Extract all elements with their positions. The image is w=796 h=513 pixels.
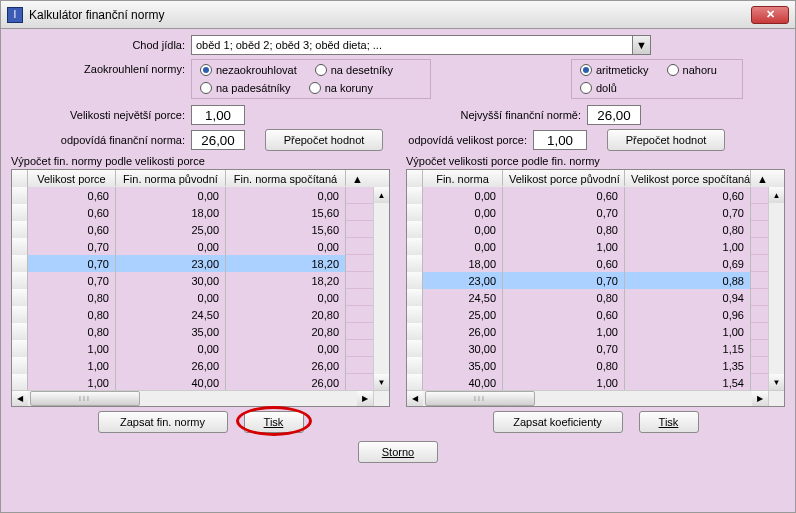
label-chod-jidla: Chod jídla: (11, 39, 191, 51)
app-icon: I (7, 7, 23, 23)
scroll-left-icon: ◀ (12, 391, 28, 406)
col-header: Velikost porce spočítaná (625, 170, 751, 186)
input-odp-vel-porce[interactable] (533, 130, 587, 150)
radio-dolu[interactable]: dolů (580, 82, 617, 94)
table-row[interactable]: 0,7023,0018,20 (12, 255, 373, 272)
rounding-group: nezaokrouhlovat na desetníky na padesátn… (191, 59, 431, 99)
table-row[interactable]: 0,700,000,00 (12, 238, 373, 255)
table-row[interactable]: 0,001,001,00 (407, 238, 768, 255)
table-row[interactable]: 40,001,001,54 (407, 374, 768, 390)
direction-group: aritmeticky nahoru dolů (571, 59, 743, 99)
label-vel-porce: Velikosti největší porce: (11, 109, 191, 121)
zapsat-fin-button[interactable]: Zapsat fin. normy (98, 411, 228, 433)
table-row[interactable]: 26,001,001,00 (407, 323, 768, 340)
radio-nezaokrouhlovat[interactable]: nezaokrouhlovat (200, 64, 297, 76)
tisk-left-button[interactable]: Tisk (244, 411, 304, 433)
scroll-down-icon: ▼ (374, 374, 389, 390)
scroll-down-icon: ▼ (769, 374, 784, 390)
table-row[interactable]: 0,000,700,70 (407, 204, 768, 221)
table-row[interactable]: 30,000,701,15 (407, 340, 768, 357)
table-row[interactable]: 1,0026,0026,00 (12, 357, 373, 374)
table-row[interactable]: 0,6025,0015,60 (12, 221, 373, 238)
table-row[interactable]: 23,000,700,88 (407, 272, 768, 289)
radio-na-koruny[interactable]: na koruny (309, 82, 373, 94)
input-fin-norma[interactable] (191, 130, 245, 150)
right-panel-title: Výpočet velikosti porce podle fin. normy (406, 155, 785, 167)
table-row[interactable]: 0,800,000,00 (12, 289, 373, 306)
col-header: Fin. norma původní (116, 170, 226, 186)
app-window: I Kalkulátor finanční normy ✕ Chod jídla… (0, 0, 796, 513)
table-row[interactable]: 0,8024,5020,80 (12, 306, 373, 323)
horizontal-scrollbar[interactable]: ◀III▶ (12, 390, 373, 406)
col-header: Velikost porce původní (503, 170, 625, 186)
scroll-left-icon: ◀ (407, 391, 423, 406)
scroll-right-icon: ▶ (752, 391, 768, 406)
scroll-up-icon: ▲ (346, 170, 362, 186)
vertical-scrollbar[interactable]: ▲▼ (373, 187, 389, 390)
scroll-up-icon: ▲ (374, 187, 389, 203)
label-zaokrouhleni: Zaokrouhlení normy: (11, 59, 191, 75)
label-fin-norma: odpovídá finanční norma: (11, 134, 191, 146)
table-row[interactable]: 1,000,000,00 (12, 340, 373, 357)
table-row[interactable]: 0,6018,0015,60 (12, 204, 373, 221)
storno-button[interactable]: Storno (358, 441, 438, 463)
label-odp-vel-porce: odpovídá velikost porce: (383, 134, 533, 146)
table-row[interactable]: 0,600,000,00 (12, 187, 373, 204)
input-vel-porce[interactable] (191, 105, 245, 125)
table-row[interactable]: 1,0040,0026,00 (12, 374, 373, 390)
input-nej-fin-norme[interactable] (587, 105, 641, 125)
titlebar: I Kalkulátor finanční normy ✕ (1, 1, 795, 29)
table-row[interactable]: 0,7030,0018,20 (12, 272, 373, 289)
tisk-right-button[interactable]: Tisk (639, 411, 699, 433)
combo-chod-jidla[interactable]: oběd 1; oběd 2; oběd 3; oběd dieta; ... … (191, 35, 651, 55)
close-button[interactable]: ✕ (751, 6, 789, 24)
radio-na-padesatniky[interactable]: na padesátníky (200, 82, 291, 94)
radio-nahoru[interactable]: nahoru (667, 64, 717, 76)
col-header: Velikost porce (28, 170, 116, 186)
table-row[interactable]: 18,000,600,69 (407, 255, 768, 272)
zapsat-koef-button[interactable]: Zapsat koeficienty (493, 411, 623, 433)
table-row[interactable]: 0,000,600,60 (407, 187, 768, 204)
label-nej-fin-norme: Nejvyšší finanční normě: (437, 109, 587, 121)
prepocet-right-button[interactable]: Přepočet hodnot (607, 129, 725, 151)
scroll-right-icon: ▶ (357, 391, 373, 406)
chevron-down-icon[interactable]: ▼ (632, 36, 650, 54)
table-row[interactable]: 25,000,600,96 (407, 306, 768, 323)
scroll-up-icon: ▲ (769, 187, 784, 203)
combo-value: oběd 1; oběd 2; oběd 3; oběd dieta; ... (192, 39, 632, 51)
vertical-scrollbar[interactable]: ▲▼ (768, 187, 784, 390)
col-header: Fin. norma (423, 170, 503, 186)
window-title: Kalkulátor finanční normy (29, 8, 164, 22)
table-row[interactable]: 24,500,800,94 (407, 289, 768, 306)
radio-aritmeticky[interactable]: aritmeticky (580, 64, 649, 76)
scroll-up-icon: ▲ (751, 170, 767, 186)
table-row[interactable]: 0,000,800,80 (407, 221, 768, 238)
horizontal-scrollbar[interactable]: ◀III▶ (407, 390, 768, 406)
left-grid[interactable]: Velikost porceFin. norma původníFin. nor… (11, 169, 390, 407)
left-panel-title: Výpočet fin. normy podle velikosti porce (11, 155, 390, 167)
table-row[interactable]: 35,000,801,35 (407, 357, 768, 374)
col-header: Fin. norma spočítaná (226, 170, 346, 186)
radio-na-desetniky[interactable]: na desetníky (315, 64, 393, 76)
right-grid[interactable]: Fin. normaVelikost porce původníVelikost… (406, 169, 785, 407)
prepocet-left-button[interactable]: Přepočet hodnot (265, 129, 383, 151)
table-row[interactable]: 0,8035,0020,80 (12, 323, 373, 340)
